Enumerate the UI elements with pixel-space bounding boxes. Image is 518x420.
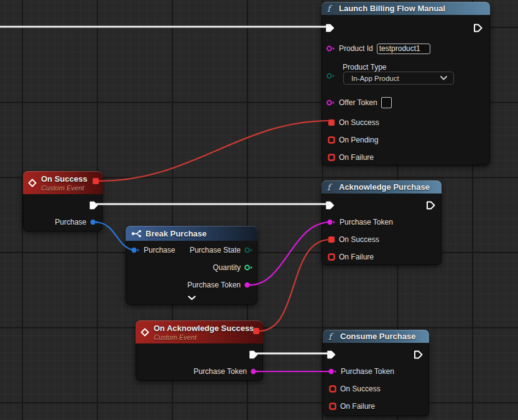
purchase-token-input-pin[interactable]: Purchase Token xyxy=(328,366,394,377)
purchase-state-output-pin[interactable]: Purchase State xyxy=(190,245,253,256)
int-pin-icon xyxy=(244,264,253,271)
node-header[interactable]: f Launch Billing Flow Manual xyxy=(321,2,490,15)
node-title: Acknowledge Purchase xyxy=(339,182,430,192)
node-title: Launch Billing Flow Manual xyxy=(339,4,445,13)
delegate-pin-icon xyxy=(328,119,335,126)
product-id-label: Product Id xyxy=(339,44,373,53)
on-failure-label: On Failure xyxy=(339,153,374,162)
purchase-label: Purchase xyxy=(144,246,175,254)
expand-chevron-icon[interactable] xyxy=(188,296,196,301)
node-acknowledge-purchase[interactable]: f Acknowledge Purchase Purchase Token On… xyxy=(321,180,442,265)
on-pending-delegate-pin[interactable]: On Pending xyxy=(328,134,378,146)
node-title: Consume Purchase xyxy=(340,332,415,341)
on-success-label: On Success xyxy=(339,118,379,127)
purchase-input-pin[interactable]: Purchase xyxy=(131,245,175,256)
exec-output-pin[interactable] xyxy=(414,349,423,360)
purchase-token-label: Purchase Token xyxy=(340,218,393,226)
node-header[interactable]: On Success Custom Event xyxy=(23,171,103,194)
node-break-purchase[interactable]: Break Purchase Purchase Purchase State Q… xyxy=(126,226,257,305)
exec-pin-icon xyxy=(326,350,336,359)
quantity-output-pin[interactable]: Quantity xyxy=(213,262,253,273)
on-failure-label: On Failure xyxy=(339,253,374,261)
node-title: On Success xyxy=(41,174,87,184)
purchase-output-pin[interactable]: Purchase xyxy=(55,217,99,228)
product-type-pin[interactable] xyxy=(326,70,335,82)
exec-input-pin[interactable] xyxy=(326,349,336,360)
on-success-delegate-pin[interactable]: On Success xyxy=(328,234,379,245)
exec-pin-icon xyxy=(414,350,423,359)
exec-pin-icon xyxy=(325,24,335,32)
exec-pin-icon xyxy=(325,201,335,210)
node-launch-billing-flow-manual[interactable]: f Launch Billing Flow Manual Product Id … xyxy=(321,2,490,166)
delegate-pin-icon xyxy=(328,236,335,243)
string-pin-icon xyxy=(244,282,253,288)
product-type-value: In-App Product xyxy=(351,75,399,82)
node-title: On Acknowledge Success xyxy=(154,324,254,333)
object-pin-icon xyxy=(90,219,99,225)
product-id-input[interactable] xyxy=(377,44,430,54)
product-id-row: Product Id xyxy=(326,43,430,54)
delegate-output-pin[interactable] xyxy=(252,327,260,335)
node-consume-purchase[interactable]: f Consume Purchase Purchase Token On Suc… xyxy=(323,330,429,416)
enum-pin-icon xyxy=(244,247,253,253)
on-success-delegate-pin[interactable]: On Success xyxy=(328,117,379,128)
function-icon: f xyxy=(327,4,336,13)
function-icon: f xyxy=(328,332,337,341)
purchase-token-output-pin[interactable]: Purchase Token xyxy=(187,279,253,291)
string-pin-icon[interactable] xyxy=(326,100,335,106)
blueprint-graph-canvas[interactable]: f Launch Billing Flow Manual Product Id … xyxy=(0,0,518,420)
purchase-label: Purchase xyxy=(55,218,86,226)
quantity-label: Quantity xyxy=(213,263,241,272)
on-failure-label: On Failure xyxy=(340,402,375,411)
delegate-pin-icon xyxy=(328,253,335,261)
string-pin-icon xyxy=(327,219,336,225)
object-pin-icon xyxy=(131,247,140,253)
string-pin-icon xyxy=(328,368,337,375)
node-header[interactable]: f Consume Purchase xyxy=(323,330,429,343)
string-pin-icon[interactable] xyxy=(326,45,335,52)
node-subtitle: Custom Event xyxy=(41,185,87,192)
offer-token-input[interactable] xyxy=(381,97,392,108)
delegate-pin-icon xyxy=(328,136,335,144)
on-failure-delegate-pin[interactable]: On Failure xyxy=(328,152,374,163)
enum-pin-icon xyxy=(326,73,335,79)
exec-pin-icon xyxy=(249,350,258,359)
purchase-token-label: Purchase Token xyxy=(341,367,394,376)
on-pending-label: On Pending xyxy=(339,136,378,144)
on-success-label: On Success xyxy=(339,235,379,244)
offer-token-row: Offer Token xyxy=(326,97,392,108)
exec-input-pin[interactable] xyxy=(325,200,335,211)
node-header[interactable]: f Acknowledge Purchase xyxy=(321,180,442,194)
exec-input-pin[interactable] xyxy=(325,22,335,34)
exec-output-pin[interactable] xyxy=(249,349,258,360)
node-on-acknowledge-success-event[interactable]: On Acknowledge Success Custom Event Purc… xyxy=(136,320,263,381)
purchase-state-label: Purchase State xyxy=(190,246,241,254)
purchase-token-label: Purchase Token xyxy=(193,367,247,376)
break-struct-icon xyxy=(131,230,142,238)
on-success-delegate-pin[interactable]: On Success xyxy=(329,383,381,394)
node-header[interactable]: On Acknowledge Success Custom Event xyxy=(136,320,263,343)
node-on-success-event[interactable]: On Success Custom Event Purchase xyxy=(23,171,103,231)
delegate-pin-icon xyxy=(329,403,336,410)
product-type-label: Product Type xyxy=(343,63,387,72)
exec-output-pin[interactable] xyxy=(89,200,98,211)
delegate-output-pin[interactable] xyxy=(92,177,99,185)
string-pin-icon xyxy=(251,368,259,375)
exec-output-pin[interactable] xyxy=(426,200,435,211)
product-type-dropdown[interactable]: In-App Product xyxy=(343,72,454,85)
on-failure-delegate-pin[interactable]: On Failure xyxy=(329,401,375,412)
offer-token-label: Offer Token xyxy=(339,98,377,107)
exec-pin-icon xyxy=(89,201,98,210)
node-header[interactable]: Break Purchase xyxy=(126,226,257,241)
purchase-token-input-pin[interactable]: Purchase Token xyxy=(327,217,393,228)
node-title: Break Purchase xyxy=(146,229,206,238)
function-icon: f xyxy=(327,183,336,192)
purchase-token-output-pin[interactable]: Purchase Token xyxy=(193,366,259,377)
purchase-token-label: Purchase Token xyxy=(187,281,241,289)
on-success-label: On Success xyxy=(340,385,381,393)
delegate-pin-icon xyxy=(329,385,336,393)
on-failure-delegate-pin[interactable]: On Failure xyxy=(328,251,374,263)
exec-output-pin[interactable] xyxy=(473,22,483,34)
exec-pin-icon xyxy=(426,201,435,210)
custom-event-icon xyxy=(141,328,149,337)
